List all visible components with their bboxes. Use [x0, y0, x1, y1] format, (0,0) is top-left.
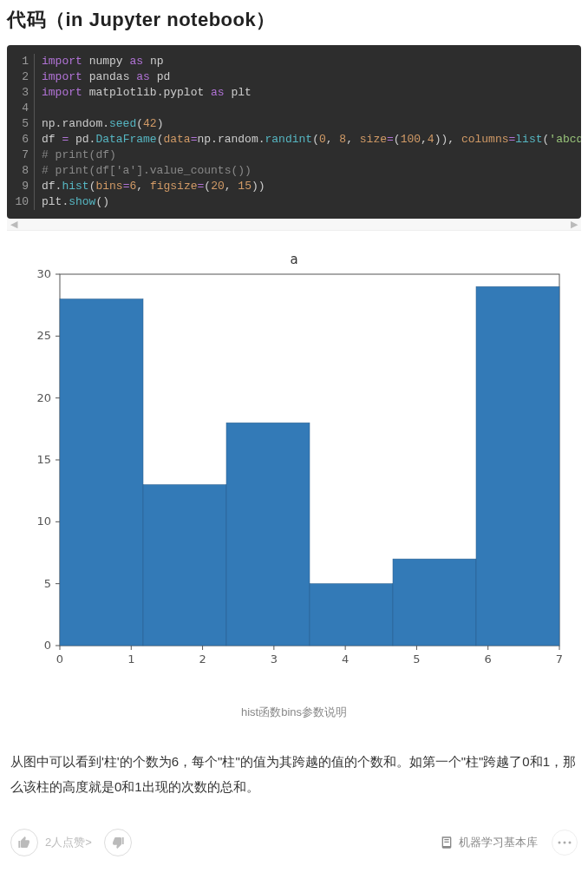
collection-link[interactable]: 机器学习基本库	[440, 835, 538, 850]
x-tick-label: 0	[56, 653, 63, 666]
collection-label: 机器学习基本库	[459, 835, 538, 850]
x-tick-label: 4	[342, 653, 349, 666]
figure-caption: hist函数bins参数说明	[7, 705, 581, 720]
x-tick-label: 1	[127, 653, 134, 666]
histogram-bar	[143, 485, 226, 646]
horizontal-scroll-indicator: ◀ ▶	[7, 219, 581, 231]
x-tick-label: 2	[199, 653, 206, 666]
histogram-bar	[310, 584, 393, 646]
book-icon	[440, 836, 454, 849]
like-button[interactable]	[10, 829, 38, 856]
explanation-paragraph: 从图中可以看到'柱'的个数为6，每个"柱"的值为其跨越的值的个数和。如第一个"柱…	[7, 750, 581, 799]
ellipsis-icon	[558, 841, 572, 844]
y-tick-label: 25	[36, 329, 51, 342]
chevron-right-icon: >	[85, 836, 92, 849]
svg-point-17	[564, 842, 566, 844]
x-tick-label: 5	[413, 653, 420, 666]
y-tick-label: 5	[44, 577, 51, 590]
code-content: import numpy as np import pandas as pd i…	[42, 54, 581, 210]
y-tick-label: 30	[36, 269, 51, 280]
y-tick-label: 20	[36, 391, 51, 404]
histogram-bar	[393, 559, 476, 646]
x-tick-label: 6	[485, 653, 492, 666]
section-heading: 代码（in Jupyter notebook）	[7, 0, 581, 45]
x-tick-label: 3	[271, 653, 278, 666]
y-tick-label: 15	[36, 453, 51, 466]
chart-title: a	[12, 252, 576, 267]
code-gutter: 12345678910	[7, 54, 35, 210]
scroll-right-icon: ▶	[571, 219, 578, 230]
more-button[interactable]	[552, 830, 578, 856]
svg-point-18	[569, 842, 572, 844]
thumbs-down-icon	[111, 836, 125, 849]
code-block: 12345678910 import numpy as np import pa…	[7, 45, 581, 219]
histogram-bar	[60, 299, 143, 646]
svg-point-16	[559, 842, 561, 844]
histogram-bar	[476, 286, 559, 646]
y-tick-label: 0	[44, 639, 51, 652]
thumbs-up-icon	[17, 836, 31, 849]
histogram-bar	[226, 423, 310, 646]
x-tick-label: 7	[556, 653, 563, 666]
dislike-button[interactable]	[104, 829, 132, 856]
chart-output: a 01234567051015202530	[7, 246, 581, 682]
article-footer: 2人点赞> 机器学习基本库	[7, 823, 581, 874]
scroll-left-icon: ◀	[10, 219, 17, 230]
like-count-label[interactable]: 2人点赞>	[45, 835, 92, 850]
histogram-chart: 01234567051015202530	[16, 269, 572, 677]
y-tick-label: 10	[36, 515, 51, 528]
